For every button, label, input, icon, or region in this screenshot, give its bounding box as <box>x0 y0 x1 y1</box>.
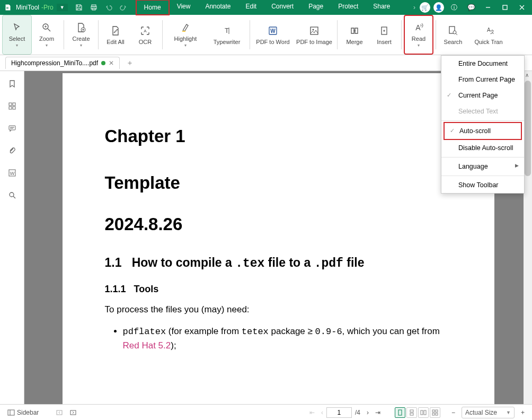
section-1-1-1: 1.1.1 Tools <box>105 284 452 295</box>
menu-item-disable-auto-scroll[interactable]: Disable Auto-scroll <box>441 140 524 156</box>
zoom-in-icon[interactable]: + <box>518 407 528 418</box>
typewriter-tool[interactable]: TTypewriter <box>206 15 247 55</box>
ocr-tool[interactable]: AOCR <box>130 15 160 55</box>
attachments-icon[interactable] <box>7 145 17 156</box>
edit-all-icon <box>110 25 121 37</box>
create-tool[interactable]: Create▾ <box>66 15 96 55</box>
menu-item-entire-document[interactable]: Entire Document <box>441 56 524 72</box>
user-icon[interactable]: 👤 <box>433 2 444 13</box>
single-page-view-icon[interactable] <box>395 407 405 418</box>
menu-item-from-current-page[interactable]: From Current Page <box>441 72 524 88</box>
select-icon <box>11 22 23 33</box>
highlight-tool[interactable]: Highlight▾ <box>165 15 206 55</box>
document-tab[interactable]: Highcompression_MiniTo....pdf ✕ <box>5 57 120 69</box>
section-1-1: 1.1 How to compile a .tex file to a .pdf… <box>105 256 452 270</box>
page-total: /4 <box>355 409 360 416</box>
chevron-down-icon: ▾ <box>16 43 18 48</box>
zoom-out-icon[interactable]: − <box>448 407 458 418</box>
menu-view[interactable]: View <box>170 0 198 15</box>
minimize-button[interactable] <box>480 1 496 14</box>
left-sidebar: W <box>0 71 24 404</box>
svg-rect-33 <box>9 126 15 130</box>
quick-access-toolbar <box>72 1 130 14</box>
check-icon: ✓ <box>447 92 451 99</box>
chevron-down-icon: ▾ <box>46 43 48 48</box>
svg-rect-4 <box>503 5 507 10</box>
comments-icon[interactable] <box>7 123 17 134</box>
tab-close-icon[interactable]: ✕ <box>109 59 114 67</box>
print-icon[interactable] <box>87 1 101 14</box>
edit-all-tool[interactable]: Edit All <box>101 15 130 55</box>
undo-icon[interactable] <box>102 1 116 14</box>
menu-share[interactable]: Share <box>366 0 397 15</box>
pdf-to-word-tool[interactable]: WPDF to Word <box>252 15 294 55</box>
select-tool[interactable]: Select▾ <box>2 15 32 55</box>
svg-rect-32 <box>13 107 15 109</box>
svg-rect-18 <box>311 27 318 34</box>
chevron-right-icon[interactable]: › <box>413 4 415 11</box>
word-export-icon[interactable]: W <box>7 168 17 178</box>
search-icon[interactable] <box>7 190 17 200</box>
maximize-button[interactable] <box>497 1 513 14</box>
feedback-icon[interactable]: 💬 <box>463 1 479 14</box>
menu-item-current-page[interactable]: ✓Current Page <box>441 88 524 103</box>
save-icon[interactable] <box>72 1 86 14</box>
svg-rect-44 <box>398 410 402 415</box>
menu-item-language[interactable]: Language▶ <box>441 159 524 174</box>
prev-page-icon[interactable]: ‹ <box>318 407 326 418</box>
page-number-input[interactable] <box>326 407 352 418</box>
two-page-continuous-icon[interactable] <box>430 407 440 418</box>
menu-item-auto-scroll[interactable]: ✓Auto-scroll <box>444 122 522 140</box>
vertical-scrollbar[interactable]: ∧ <box>524 71 532 404</box>
svg-text:A: A <box>415 23 421 32</box>
help-icon[interactable]: ⓘ <box>446 1 462 14</box>
ocr-icon: A <box>139 25 151 37</box>
svg-text:W: W <box>270 28 276 34</box>
scroll-up-icon[interactable]: ∧ <box>525 72 529 78</box>
two-page-view-icon[interactable] <box>418 407 429 418</box>
insert-tool[interactable]: Insert <box>369 15 399 55</box>
svg-rect-49 <box>432 410 435 412</box>
zoom-select[interactable]: Actual Size▼ <box>462 407 515 418</box>
menu-convert[interactable]: Convert <box>264 0 301 15</box>
merge-tool[interactable]: Merge <box>340 15 369 55</box>
ribbon-divider <box>98 20 99 49</box>
next-page-icon[interactable]: › <box>363 407 372 418</box>
menu-page[interactable]: Page <box>301 0 331 15</box>
bookmark-icon[interactable] <box>7 78 17 89</box>
nav-right-icon[interactable] <box>66 407 80 418</box>
last-page-icon[interactable]: ⇥ <box>372 407 384 418</box>
scrollbar-thumb[interactable] <box>525 81 531 176</box>
svg-rect-30 <box>13 103 15 106</box>
insert-icon <box>378 25 390 37</box>
svg-line-6 <box>48 29 50 31</box>
nav-left-icon[interactable] <box>52 407 66 418</box>
redo-icon[interactable] <box>117 1 130 14</box>
ribbon-divider <box>162 20 163 49</box>
list-item: pdflatex (for example from tetex package… <box>123 325 452 352</box>
svg-rect-29 <box>9 103 12 106</box>
new-tab-button[interactable]: ＋ <box>126 58 134 68</box>
thumbnails-icon[interactable] <box>7 101 17 111</box>
continuous-view-icon[interactable] <box>406 407 417 418</box>
redhat-link[interactable]: Red Hat 5.2 <box>123 340 171 351</box>
sidebar-toggle[interactable]: Sidebar <box>4 407 42 418</box>
app-dropdown[interactable]: ▼ <box>57 4 68 11</box>
svg-rect-31 <box>9 107 12 109</box>
menu-annotate[interactable]: Annotate <box>198 0 238 15</box>
pdf-to-image-tool[interactable]: PDF to Image <box>294 15 335 55</box>
zoom-tool[interactable]: Zoom▾ <box>32 15 61 55</box>
menu-protect[interactable]: Protect <box>331 0 366 15</box>
unsaved-indicator-icon <box>101 61 105 65</box>
svg-rect-43 <box>70 410 76 415</box>
search-tool[interactable]: Search <box>438 15 468 55</box>
first-page-icon[interactable]: ⇤ <box>306 407 318 418</box>
menu-item-show-toolbar[interactable]: Show Toolbar <box>441 177 524 193</box>
cart-icon[interactable]: 🛒 <box>420 2 430 13</box>
close-button[interactable] <box>514 1 530 14</box>
menu-home[interactable]: Home <box>136 0 170 15</box>
quick-tran-tool[interactable]: A文Quick Tran <box>468 15 509 55</box>
menu-edit[interactable]: Edit <box>238 0 264 15</box>
read-tool[interactable]: ARead▾ <box>404 15 433 55</box>
read-icon: A <box>413 22 424 33</box>
